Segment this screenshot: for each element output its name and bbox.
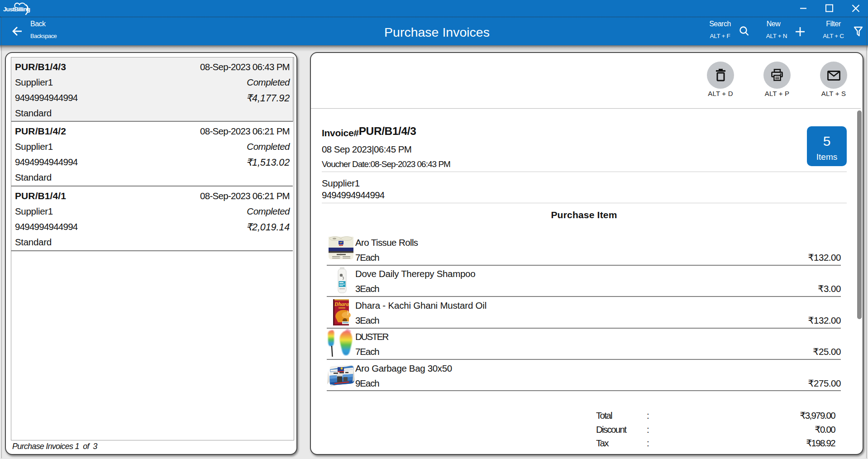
svg-text:Dhara: Dhara bbox=[334, 301, 349, 307]
